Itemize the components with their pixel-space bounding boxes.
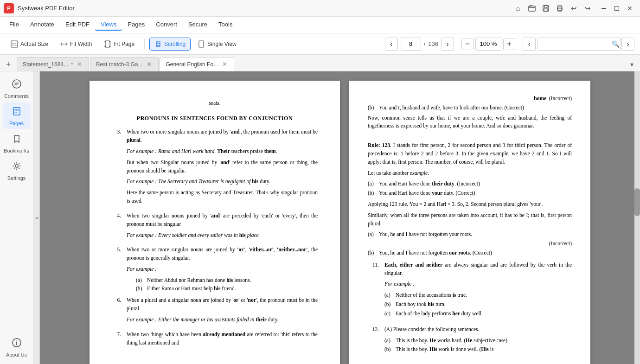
single-view-button[interactable]: Single View xyxy=(192,38,241,51)
menubar: File Annotate Edit PDF Views Pages Conve… xyxy=(0,17,640,33)
svg-rect-8 xyxy=(615,6,619,10)
tab-statement[interactable]: Statement_1684... * ✕ xyxy=(17,57,89,71)
pdf-text-seats: seats. xyxy=(112,99,318,108)
sidebar-item-bookmarks[interactable]: Bookmarks xyxy=(3,130,31,156)
tab-close-statement[interactable]: ✕ xyxy=(76,61,83,68)
pdf-item-5: 5. When two or more singular nouns are j… xyxy=(112,246,318,293)
pdf-right-item-11: 11. Each, either and neither are always … xyxy=(368,261,572,322)
save-button[interactable] xyxy=(540,2,552,14)
toolbar: 1:1 Actual Size Fit Width Fit Page Scrol… xyxy=(0,33,640,55)
app-title: Systweak PDF Editor xyxy=(18,5,508,12)
menu-pages[interactable]: Pages xyxy=(122,19,150,31)
main-layout: Comments Pages Bookmarks Settings About xyxy=(0,71,640,364)
svg-rect-14 xyxy=(13,108,20,115)
svg-text:1:1: 1:1 xyxy=(12,43,17,46)
zoom-in-button[interactable]: + xyxy=(503,38,515,50)
zoom-out-button[interactable]: − xyxy=(461,38,474,50)
titlebar-nav-buttons: ⌂ ↩ ↪ xyxy=(512,2,594,14)
svg-point-17 xyxy=(16,341,17,342)
minimize-button[interactable] xyxy=(597,2,610,15)
menu-tools[interactable]: Tools xyxy=(213,19,238,31)
scroll-thumb[interactable] xyxy=(634,188,640,216)
svg-point-13 xyxy=(13,80,21,88)
tab-overflow-button[interactable]: ▾ xyxy=(625,58,638,71)
search-area: ‹ 🔍 › xyxy=(523,38,634,51)
menu-secure[interactable]: Secure xyxy=(183,19,213,31)
sidebar-label-bookmarks: Bookmarks xyxy=(4,148,29,153)
search-prev-button[interactable]: ‹ xyxy=(523,38,536,51)
sidebar-item-about[interactable]: About Us xyxy=(3,334,31,360)
pages-icon xyxy=(12,106,22,119)
sidebar-item-comments[interactable]: Comments xyxy=(3,75,31,102)
redo-button[interactable]: ↪ xyxy=(582,2,594,14)
tab-general-english[interactable]: General English Fo... ✕ xyxy=(160,57,234,71)
sidebar-item-pages[interactable]: Pages xyxy=(3,102,31,129)
undo-button[interactable]: ↩ xyxy=(568,2,580,14)
collapse-handle[interactable]: ◂ xyxy=(33,71,40,364)
content-area: ◂ seats. PRONOUNS IN SENTENCES FOUND BY … xyxy=(33,71,640,364)
app-logo: P xyxy=(4,3,14,13)
collapse-icon: ◂ xyxy=(35,215,38,220)
sidebar-label-pages: Pages xyxy=(9,121,24,126)
pdf-pages-container: seats. PRONOUNS IN SENTENCES FOUND BY CO… xyxy=(90,81,590,355)
pdf-item-6: 6. When a plural and a singular noun are… xyxy=(112,296,318,326)
menu-convert[interactable]: Convert xyxy=(150,19,183,31)
tab-close-general-english[interactable]: ✕ xyxy=(221,61,228,68)
tabbar: + Statement_1684... * ✕ Best match-3 Ga.… xyxy=(0,55,640,71)
menu-views[interactable]: Views xyxy=(95,19,122,31)
sidebar: Comments Pages Bookmarks Settings About xyxy=(0,71,33,364)
scroll-indicator[interactable] xyxy=(634,71,640,364)
actual-size-button[interactable]: 1:1 Actual Size xyxy=(6,38,53,51)
pdf-heading: PRONOUNS IN SENTENCES FOUND BY CONJUNCTI… xyxy=(112,114,318,123)
search-next-button[interactable]: › xyxy=(621,38,634,51)
pdf-content-left: seats. PRONOUNS IN SENTENCES FOUND BY CO… xyxy=(112,99,318,350)
comments-icon xyxy=(12,79,22,91)
search-input[interactable] xyxy=(538,38,621,51)
sidebar-label-about: About Us xyxy=(6,352,27,358)
pdf-item-7: 7. When two things which have been alrea… xyxy=(112,331,318,350)
sidebar-label-settings: Settings xyxy=(7,175,26,181)
close-button[interactable]: ✕ xyxy=(623,2,636,15)
pdf-content-right: home. (Incorrect) (b) You and I, husband… xyxy=(368,95,572,354)
svg-point-15 xyxy=(15,165,18,167)
add-tab-button[interactable]: + xyxy=(2,58,15,71)
page-number-input[interactable] xyxy=(401,38,421,51)
menu-edit-pdf[interactable]: Edit PDF xyxy=(60,19,95,31)
pdf-item-3: 3. When two or more singular nouns are j… xyxy=(112,128,318,208)
print-button[interactable] xyxy=(554,2,566,14)
tab-best-match[interactable]: Best match-3 Ga... ✕ xyxy=(90,57,159,71)
svg-rect-0 xyxy=(529,6,535,11)
next-page-button[interactable]: › xyxy=(441,38,454,51)
prev-page-button[interactable]: ‹ xyxy=(385,38,398,51)
pdf-item-4: 4. When two singular nouns joined by 'an… xyxy=(112,212,318,242)
sidebar-item-settings[interactable]: Settings xyxy=(3,157,31,184)
svg-rect-7 xyxy=(602,8,606,9)
menu-annotate[interactable]: Annotate xyxy=(25,19,60,31)
restore-button[interactable] xyxy=(610,2,623,15)
svg-rect-12 xyxy=(199,41,204,47)
pdf-viewer[interactable]: seats. PRONOUNS IN SENTENCES FOUND BY CO… xyxy=(40,71,640,364)
pdf-right-item-12: 12. (A) Please consider the following se… xyxy=(368,326,572,354)
settings-icon xyxy=(12,161,22,173)
page-navigation: ‹ / 136 › xyxy=(385,38,454,51)
zoom-input[interactable] xyxy=(475,38,501,51)
scrolling-button[interactable]: Scrolling xyxy=(149,38,191,51)
fit-page-button[interactable]: Fit Page xyxy=(99,38,140,51)
bookmarks-icon xyxy=(12,134,22,146)
menu-file[interactable]: File xyxy=(4,19,25,31)
pdf-page-left: seats. PRONOUNS IN SENTENCES FOUND BY CO… xyxy=(90,81,340,364)
about-icon xyxy=(12,338,22,350)
pdf-page-right: home. (Incorrect) (b) You and I, husband… xyxy=(349,81,590,364)
page-total: 136 xyxy=(428,40,438,47)
titlebar: P Systweak PDF Editor ⌂ ↩ ↪ ✕ xyxy=(0,0,640,17)
zoom-controls: − + xyxy=(461,38,515,51)
open-button[interactable] xyxy=(526,2,538,14)
tab-close-best-match[interactable]: ✕ xyxy=(145,61,153,68)
svg-point-6 xyxy=(561,7,562,8)
home-button[interactable]: ⌂ xyxy=(512,2,524,14)
sidebar-label-comments: Comments xyxy=(4,93,29,99)
fit-width-button[interactable]: Fit Width xyxy=(55,38,97,51)
toolbar-separator-1 xyxy=(144,38,145,50)
